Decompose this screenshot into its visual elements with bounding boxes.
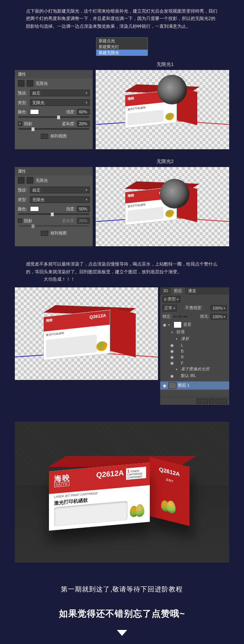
mode-icon[interactable] — [27, 177, 33, 184]
light-icon[interactable] — [18, 177, 24, 184]
layer-ibl[interactable]: ▾基于图像的光照 — [160, 366, 229, 373]
fill-value[interactable]: 100%▾ — [211, 314, 227, 320]
layer-b[interactable]: ◉B — [160, 348, 229, 354]
intensity-slider[interactable] — [19, 116, 89, 118]
move-icon[interactable] — [41, 134, 48, 139]
soft-label: 柔和度: — [62, 121, 75, 127]
intro-text: 点下面的小灯泡新建无限光，这个灯用来给暗面补光，建立完灯光后会发现视图里变得特亮… — [0, 0, 244, 34]
color-swatch[interactable] — [30, 109, 39, 114]
side-model: Q2612A — [159, 466, 180, 477]
mode-icon[interactable] — [27, 80, 33, 87]
shadow-checkbox[interactable] — [18, 121, 22, 126]
opacity-label: 不透明度: — [185, 306, 202, 311]
trash-icon[interactable] — [222, 398, 227, 404]
light-icon[interactable] — [18, 80, 24, 87]
layer-f[interactable]: ◉F — [160, 360, 229, 366]
stage2-label: 无限光2 — [128, 158, 202, 165]
tab-3d[interactable]: 3D — [160, 287, 171, 295]
lock-icon[interactable] — [173, 316, 177, 317]
product-box-rendered: 海映 Q2612A 激光打印机硒鼓 — [43, 313, 136, 361]
color-swatch[interactable] — [30, 206, 39, 211]
lock-icon[interactable] — [184, 316, 187, 317]
shadow-label: 阴影 — [24, 218, 32, 224]
new-layer-icon[interactable] — [215, 398, 221, 404]
layer-l[interactable]: ◉L — [160, 342, 229, 348]
soft-value[interactable]: 20% — [77, 121, 90, 127]
soft-slider — [19, 225, 89, 227]
product-box-final: Q2612A 适用于 海映 HAIYN Q2612A 1TONER CARTRI… — [49, 467, 190, 534]
layer-default-ibl[interactable]: ◉默认 IBL — [160, 373, 229, 379]
eye-icon[interactable]: ◉ — [162, 323, 167, 327]
layer-1[interactable]: ◉ 图层 1 — [160, 381, 229, 390]
layer-textures[interactable]: ▾ 纹理 — [160, 329, 229, 336]
stage1-label: 无限光1 — [128, 61, 202, 68]
blend-mode-select[interactable]: 正常▾ — [162, 305, 177, 311]
panel-head: 属性 — [15, 167, 93, 176]
light-name: 无限光 — [36, 81, 48, 86]
intensity-label: 强度: — [66, 206, 75, 212]
light-gizmo[interactable] — [157, 75, 187, 104]
opacity-value[interactable]: 100%▾ — [211, 305, 227, 311]
move-icon[interactable] — [41, 231, 48, 236]
lock-icon[interactable] — [178, 316, 182, 317]
menu-item-spot[interactable]: 新建聚光灯 — [96, 44, 148, 50]
bird-image — [130, 504, 145, 519]
color-label: 颜色: — [18, 109, 28, 115]
lock-label: 锁定: — [162, 314, 172, 319]
soft-label: 柔和度: — [62, 218, 75, 224]
light-gizmo[interactable] — [160, 179, 189, 208]
soft-slider[interactable] — [19, 128, 89, 130]
layers-toolbar — [160, 397, 229, 405]
properties-panel-1: 属性 无限光 预设: 自定▾ 类型: 无限光▾ 颜色: 强度: 60% 阴影 柔… — [15, 70, 93, 149]
type-select[interactable]: 无限光▾ — [30, 99, 90, 106]
fill-label: 填充: — [200, 314, 209, 319]
move-to-view-button[interactable]: 移到视图 — [50, 230, 67, 236]
tab-channels[interactable]: 通道 — [185, 287, 199, 295]
intensity-slider[interactable] — [19, 213, 89, 215]
type-select[interactable]: 无限光▾ — [30, 196, 90, 203]
eye-icon[interactable]: ◉ — [162, 383, 167, 388]
intensity-label: 强度: — [66, 109, 75, 115]
folder-icon[interactable] — [209, 398, 214, 404]
soft-value: 20% — [77, 218, 90, 224]
shadow-label: 阴影 — [24, 121, 32, 127]
type-label: 类型: — [18, 100, 28, 106]
move-to-view-button[interactable]: 移到视图 — [50, 133, 67, 139]
final-render: Q2612A 适用于 海映 HAIYN Q2612A 1TONER CARTRI… — [15, 422, 229, 563]
viewport-1: 海映 Q2612A 激光打印机硒鼓 — [96, 70, 229, 149]
row-2: 属性 无限光 预设: 自定▾ 类型: 无限光▾ 颜色: 强度: 50% 阴影 柔… — [0, 167, 244, 253]
color-label: 颜色: — [18, 206, 28, 212]
kind-filter[interactable]: ρ 类型▾ — [162, 296, 180, 303]
closing-2: 如果觉得还不错别忘了点赞哦~ — [0, 597, 244, 623]
light-name: 无限光 — [36, 178, 48, 183]
preset-label: 预设: — [18, 187, 28, 193]
done-text: 大功告成！！！ — [44, 276, 75, 283]
row-1: 属性 无限光 预设: 自定▾ 类型: 无限光▾ 颜色: 强度: 60% 阴影 柔… — [0, 70, 244, 156]
new-light-menu: 新建点光 新建聚光灯 新建无限光 — [96, 37, 148, 56]
viewport-2: 海映 Q2612A 激光打印机硒鼓 — [96, 167, 229, 246]
closing-1: 第一期就到这了,敬请等待下回进阶教程 — [0, 563, 244, 597]
tab-layers[interactable]: 图层 — [171, 287, 185, 295]
panel-head: 属性 — [15, 70, 93, 79]
fx-icon[interactable] — [197, 398, 202, 404]
preset-label: 预设: — [18, 90, 28, 96]
viewport-render: 海映 Q2612A 激光打印机硒鼓 — [15, 287, 158, 380]
down-arrow-icon — [117, 630, 127, 636]
properties-panel-2: 属性 无限光 预设: 自定▾ 类型: 无限光▾ 颜色: 强度: 50% 阴影 柔… — [15, 167, 93, 246]
intensity-value[interactable]: 60% — [77, 109, 90, 115]
layer-diffuse[interactable]: ▾ 漫射 — [160, 336, 229, 342]
mask-icon[interactable] — [203, 398, 208, 404]
menu-item-point[interactable]: 新建点光 — [96, 38, 148, 44]
preset-select[interactable]: 自定▾ — [30, 90, 90, 96]
type-label: 类型: — [18, 197, 28, 203]
toner-badge: 1TONER CARTRIDGECONTAINED — [126, 467, 146, 480]
layer-r[interactable]: ◉R — [160, 354, 229, 360]
menu-item-infinite[interactable]: 新建无限光 — [96, 50, 148, 56]
layer-bg[interactable]: ◉ ▾ 背景 — [160, 321, 229, 329]
mid-text: 感觉差不多就可以最终渲染了，点击渲染后慢慢等待，喝点茶水，上站酷转一圈，给我点个… — [0, 253, 244, 287]
side-sub: 适用于 — [154, 475, 185, 486]
shadow-checkbox[interactable] — [18, 218, 22, 223]
preset-select[interactable]: 自定▾ — [30, 187, 90, 193]
intensity-value[interactable]: 50% — [77, 206, 90, 212]
layers-panel: 3D 图层 通道 ρ 类型▾ 正常▾ 不透明度: 100%▾ 锁定: 填充: 1… — [160, 287, 229, 405]
